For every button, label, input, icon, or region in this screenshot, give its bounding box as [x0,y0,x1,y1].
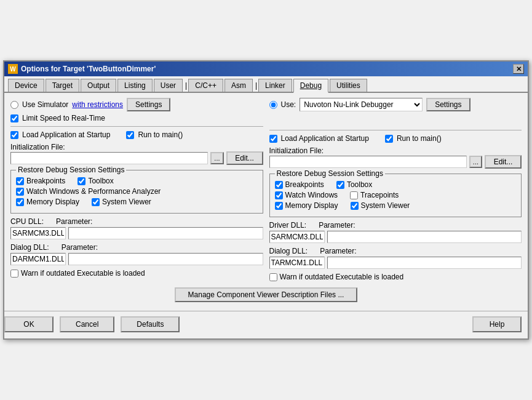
left-cpu-dll-input[interactable] [10,227,66,239]
right-run-to-main-checkbox[interactable] [385,135,393,143]
left-breakpoints-checkbox[interactable] [16,177,24,185]
right-tracepoints-checkbox[interactable] [350,191,358,199]
right-dialog-dll-input[interactable] [269,257,325,269]
right-watch-windows-checkbox[interactable] [275,191,283,199]
help-button[interactable]: Help [472,316,522,332]
tab-linker[interactable]: Linker [258,79,292,92]
right-edit-button[interactable]: Edit... [485,155,522,169]
left-load-app-checkbox[interactable] [10,131,18,139]
left-watch-windows-checkbox[interactable] [16,188,24,196]
right-driver-param-input[interactable] [327,231,522,243]
tab-debug[interactable]: Debug [293,79,328,93]
defaults-button[interactable]: Defaults [121,316,180,332]
left-load-app-label: Load Application at Startup [22,130,110,139]
use-debugger-radio[interactable] [269,101,277,109]
close-button[interactable]: ✕ [513,64,524,74]
right-dialog-param-input[interactable] [327,257,522,269]
left-column: Use Simulator with restrictions Settings… [10,98,263,281]
title-bar: W Options for Target 'TwoButtonDimmer' ✕ [4,62,528,76]
left-toolbox-label: Toolbox [88,177,113,185]
left-init-file-input[interactable] [10,152,208,164]
right-use-label: Use: [281,100,296,109]
right-run-to-main-label: Run to main() [397,134,442,143]
right-warn-row: Warn if outdated Executable is loaded [269,273,522,281]
tab-device[interactable]: Device [8,79,44,92]
left-system-viewer-checkbox[interactable] [92,198,100,206]
left-breakpoints-row: Breakpoints [16,177,65,185]
tab-listing[interactable]: Listing [117,79,153,92]
right-toolbox-row: Toolbox [336,180,372,189]
left-cpu-param-input[interactable] [68,227,263,239]
left-settings-button[interactable]: Settings [127,98,170,111]
right-tracepoints-label: Tracepoints [360,191,399,199]
left-watch-windows-row: Watch Windows & Performance Analyzer [16,187,161,196]
right-init-file-label: Initialization File: [269,146,522,155]
left-dots-button[interactable]: ... [210,152,223,164]
right-driver-dll-input[interactable] [269,231,325,243]
right-use-row: Use: Nuvoton Nu-Link Debugger ULINK2/ME … [269,98,522,111]
left-cpu-dll-labels: CPU DLL: Parameter: [10,217,263,226]
main-content: Use Simulator with restrictions Settings… [4,93,528,307]
right-breakpoints-checkbox[interactable] [275,181,283,189]
right-load-app-label: Load Application at Startup [281,134,369,143]
left-toolbox-row: Toolbox [77,177,113,185]
debugger-dropdown[interactable]: Nuvoton Nu-Link Debugger ULINK2/ME Corte… [300,98,423,111]
manage-component-button[interactable]: Manage Component Viewer Description File… [175,287,358,302]
with-restrictions-link[interactable]: with restrictions [72,100,123,109]
window-title: Options for Target 'TwoButtonDimmer' [21,65,156,73]
tab-output[interactable]: Output [81,79,116,92]
ok-button[interactable]: OK [4,316,54,332]
left-dialog-dll-label: Dialog DLL: [10,243,49,252]
tab-user[interactable]: User [154,79,183,92]
limit-speed-checkbox[interactable] [10,114,18,122]
left-edit-button[interactable]: Edit... [226,151,263,165]
tab-cpp[interactable]: C/C++ [188,79,223,92]
left-group-row-3: Memory Display System Viewer [16,198,258,206]
left-cpu-dll-label: CPU DLL: [10,217,44,226]
left-restore-group-title: Restore Debug Session Settings [16,166,126,174]
tab-target[interactable]: Target [46,79,79,92]
right-dots-button[interactable]: ... [469,156,482,168]
cancel-button[interactable]: Cancel [60,316,114,332]
left-system-viewer-row: System Viewer [92,198,151,206]
left-system-viewer-label: System Viewer [102,198,151,206]
left-dialog-dll-input[interactable] [10,253,66,265]
divider-1 [10,126,263,127]
right-system-viewer-label: System Viewer [361,201,410,210]
app-icon: W [8,64,18,74]
right-system-viewer-checkbox[interactable] [351,202,359,210]
left-memory-display-checkbox[interactable] [16,198,24,206]
tab-utilities[interactable]: Utilities [330,79,367,92]
right-tracepoints-row: Tracepoints [350,191,399,199]
right-init-file-input[interactable] [269,156,467,168]
left-run-to-main-checkbox[interactable] [126,131,134,139]
right-watch-windows-label: Watch Windows [285,191,338,199]
right-driver-dll-labels: Driver DLL: Parameter: [269,221,522,230]
right-warn-checkbox[interactable] [269,273,277,281]
right-breakpoints-label: Breakpoints [285,180,324,189]
left-group-row-1: Breakpoints Toolbox [16,177,258,185]
left-memory-display-label: Memory Display [26,198,79,206]
right-load-app-checkbox[interactable] [269,135,277,143]
right-settings-button[interactable]: Settings [426,98,470,111]
tab-asm[interactable]: Asm [224,79,253,92]
left-dialog-param-input[interactable] [68,253,263,265]
left-dialog-param-label: Parameter: [62,243,98,252]
right-toolbox-checkbox[interactable] [336,181,344,189]
right-memory-display-checkbox[interactable] [275,202,283,210]
left-warn-checkbox[interactable] [10,270,18,278]
use-simulator-radio[interactable] [10,101,18,109]
simulator-row: Use Simulator with restrictions Settings [10,98,263,111]
right-spacer [269,114,522,126]
left-init-file-label: Initialization File: [10,143,263,151]
title-bar-left: W Options for Target 'TwoButtonDimmer' [8,64,156,74]
left-warn-label: Warn if outdated Executable is loaded [21,269,145,278]
right-group-row-2: Watch Windows Tracepoints [275,191,517,199]
right-warn-label: Warn if outdated Executable is loaded [280,273,404,281]
left-toolbox-checkbox[interactable] [77,177,85,185]
tab-sep1: | [184,79,188,92]
right-dialog-dll-label: Dialog DLL: [269,247,308,255]
divider-2 [269,130,522,130]
left-load-run-row: Load Application at Startup Run to main(… [10,130,263,139]
right-memory-display-row: Memory Display [275,201,338,210]
